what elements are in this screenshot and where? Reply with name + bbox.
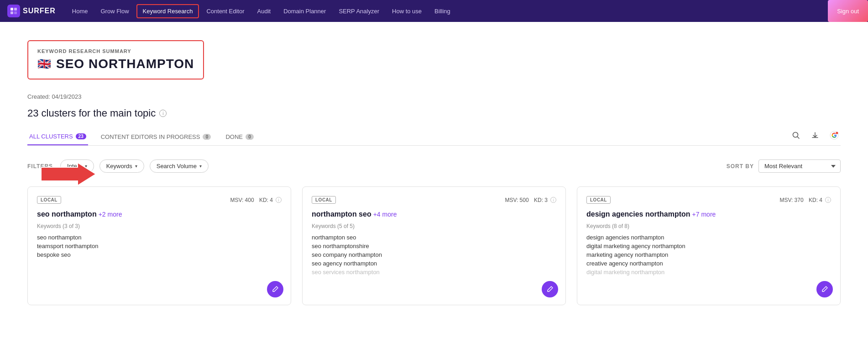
search-button[interactable] [790,129,802,142]
list-item: seo northamptonshire [312,242,556,250]
tab-done-label: DONE [225,133,243,140]
google-icon[interactable] [828,129,841,142]
nav-billing[interactable]: Billing [429,5,456,17]
nav-how-to-use[interactable]: How to use [387,5,427,17]
card-1-kd: KD: 4 [259,197,273,203]
keyword-research-summary-box: KEYWORD RESEARCH SUMMARY 🇬🇧 SEO NORTHAMP… [27,40,204,80]
svg-rect-2 [10,11,13,14]
sort-select[interactable]: Most Relevant Search Volume Keyword Diff… [758,159,841,173]
cluster-card-2: LOCAL MSV: 500 KD: 3 i northampton seo+4… [302,186,566,305]
nav-audit[interactable]: Audit [252,5,277,17]
tab-all-clusters-badge: 23 [76,133,86,139]
list-item: teamsport northampton [37,242,282,250]
card-3-badge: LOCAL [586,196,611,204]
list-item: seo northampton [37,233,282,242]
list-item: bespoke seo [37,250,282,259]
card-3-edit-button[interactable] [816,281,833,297]
nav-serp-analyzer[interactable]: SERP Analyzer [333,5,385,17]
sign-out-button[interactable]: Sign out [828,0,868,22]
cluster-card-1: LOCAL MSV: 400 KD: 4 i seo northampton+2… [27,186,291,305]
summary-title: 🇬🇧 SEO NORTHAMPTON [37,57,194,71]
filter-search-volume-chevron: ▾ [199,164,202,169]
card-1-edit-button[interactable] [267,281,283,297]
summary-section-label: KEYWORD RESEARCH SUMMARY [37,48,194,54]
list-item: seo company northampton [312,250,556,259]
clusters-info-icon[interactable]: i [159,110,167,117]
card-3-kd: KD: 4 [809,197,822,203]
list-item: design agencies northampton [586,233,831,242]
tab-content-editors-label: CONTENT EDITORS IN PROGRESS [101,133,200,140]
card-2-title: northampton seo+4 more [312,210,556,218]
card-1-info-icon: i [276,197,282,203]
filter-keywords-button[interactable]: Keywords ▾ [99,159,144,173]
nav-home[interactable]: Home [67,5,94,17]
list-item: digital marketing northampton [586,268,831,276]
card-3-msv: MSV: 370 [779,197,803,203]
card-1-msv: MSV: 400 [230,197,254,203]
logo-icon [7,5,20,17]
card-2-top: LOCAL MSV: 500 KD: 3 i [312,196,556,204]
card-2-badge: LOCAL [312,196,336,204]
card-1-meta: MSV: 400 KD: 4 i [230,197,282,203]
nav-keyword-research[interactable]: Keyword Research [136,4,199,18]
filter-search-volume-button[interactable]: Search Volume ▾ [150,159,209,173]
nav-content-editor[interactable]: Content Editor [201,5,250,17]
card-3-meta: MSV: 370 KD: 4 i [779,197,831,203]
main-content: KEYWORD RESEARCH SUMMARY 🇬🇧 SEO NORTHAMP… [0,22,868,350]
card-3-more[interactable]: +7 more [692,211,716,218]
sort-section: SORT BY Most Relevant Search Volume Keyw… [727,159,841,173]
download-button[interactable] [809,129,821,142]
card-1-more[interactable]: +2 more [99,211,122,218]
sort-label: SORT BY [727,163,754,170]
tab-all-clusters[interactable]: ALL CLUSTERS 23 [27,128,88,145]
card-3-top: LOCAL MSV: 370 KD: 4 i [586,196,831,204]
svg-point-7 [836,132,838,134]
card-1-badge: LOCAL [37,196,61,204]
card-1-title: seo northampton+2 more [37,210,282,218]
list-item: seo agency northampton [312,259,556,268]
brand-logo[interactable]: SURFER [7,5,56,17]
card-3-title: design agencies northampton+7 more [586,210,831,218]
card-2-edit-button[interactable] [542,281,558,297]
tab-content-editors-badge: 0 [203,134,211,140]
card-1-top: LOCAL MSV: 400 KD: 4 i [37,196,282,204]
card-2-more[interactable]: +4 more [373,211,397,218]
filters-row: FILTERS Intent ▾ Keywords ▾ Search Volum… [27,159,841,173]
nav-domain-planner[interactable]: Domain Planner [278,5,331,17]
list-item: creative agency northampton [586,259,831,268]
card-2-keywords-count: Keywords (5 of 5) [312,223,556,229]
card-3-keywords-count: Keywords (8 of 8) [586,223,831,229]
clusters-heading: 23 clusters for the main topic i [27,107,841,119]
svg-line-5 [798,137,800,138]
navbar: SURFER Home Grow Flow Keyword Research C… [0,0,868,22]
filter-keywords-label: Keywords [106,163,132,170]
card-1-keywords-count: Keywords (3 of 3) [37,223,282,229]
tab-content-editors[interactable]: CONTENT EDITORS IN PROGRESS 0 [99,129,213,145]
card-2-kd: KD: 3 [534,197,548,203]
svg-point-4 [793,132,798,137]
filter-intent-label: Intent [67,163,82,170]
filters-label: FILTERS [27,163,53,170]
filter-intent-button[interactable]: Intent ▾ [60,159,94,173]
card-2-info-icon: i [550,197,556,203]
filters-left: FILTERS Intent ▾ Keywords ▾ Search Volum… [27,159,209,173]
tabs-right-actions [790,129,841,145]
svg-rect-1 [14,8,17,11]
tabs-bar: ALL CLUSTERS 23 CONTENT EDITORS IN PROGR… [27,128,841,146]
brand-name: SURFER [23,7,56,15]
filter-keywords-chevron: ▾ [135,164,137,169]
card-2-msv: MSV: 500 [505,197,528,203]
tab-done[interactable]: DONE 0 [224,129,256,145]
card-2-meta: MSV: 500 KD: 3 i [505,197,556,203]
cluster-card-3: LOCAL MSV: 370 KD: 4 i design agencies n… [577,186,841,305]
nav-grow-flow[interactable]: Grow Flow [95,5,134,17]
summary-keyword: SEO NORTHAMPTON [56,57,194,71]
card-3-info-icon: i [825,197,831,203]
list-item: marketing agency northampton [586,250,831,259]
svg-rect-0 [10,8,13,11]
svg-rect-3 [14,11,17,14]
list-item: seo services northampton [312,268,556,276]
created-date: Created: 04/19/2023 [27,93,841,100]
tab-done-badge: 0 [246,134,254,140]
cards-grid: LOCAL MSV: 400 KD: 4 i seo northampton+2… [27,186,841,305]
